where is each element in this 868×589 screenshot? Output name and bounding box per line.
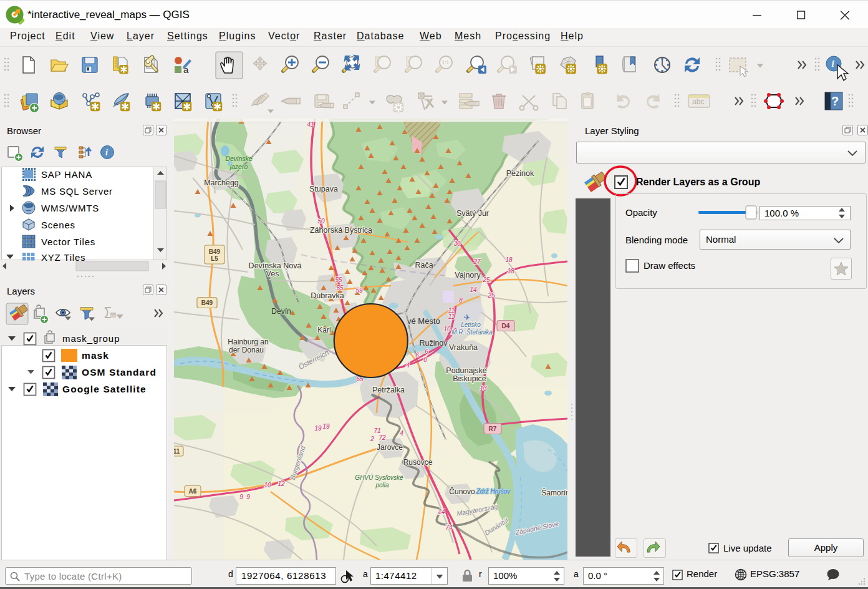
- svg-text:Ves: Ves: [266, 270, 279, 278]
- svg-text:Google Satellite: Google Satellite: [62, 384, 147, 394]
- svg-text:Karl: Karl: [317, 326, 330, 334]
- svg-text:9: 9: [246, 494, 250, 500]
- svg-text:12: 12: [277, 480, 285, 487]
- svg-text:2: 2: [370, 436, 374, 442]
- svg-text:14: 14: [470, 286, 477, 293]
- svg-text:Jarovce: Jarovce: [377, 443, 403, 452]
- svg-text:4: 4: [406, 362, 410, 369]
- svg-text:Devinske: Devinske: [225, 155, 252, 162]
- svg-text:B49: B49: [209, 248, 221, 255]
- svg-text:55: 55: [335, 276, 342, 283]
- svg-text:WMS/WMTS: WMS/WMTS: [41, 203, 99, 213]
- svg-text:?: ?: [831, 94, 839, 108]
- svg-text:59: 59: [355, 287, 363, 294]
- svg-text:25: 25: [487, 292, 495, 299]
- svg-text:14: 14: [438, 509, 445, 515]
- svg-text:4: 4: [400, 430, 403, 437]
- svg-text:A6: A6: [189, 488, 197, 495]
- svg-text:polia: polia: [375, 482, 389, 489]
- svg-text:Vector Tiles: Vector Tiles: [41, 236, 95, 247]
- svg-text:der Donau: der Donau: [229, 346, 264, 354]
- svg-text:B49: B49: [201, 299, 213, 306]
- svg-text:Scenes: Scenes: [41, 220, 75, 230]
- svg-text:mask: mask: [82, 350, 109, 361]
- svg-text:72: 72: [379, 434, 386, 441]
- svg-text:30: 30: [453, 240, 461, 247]
- svg-text:Hainburg an: Hainburg an: [228, 338, 268, 346]
- svg-text:6: 6: [425, 348, 428, 355]
- svg-text:Svätý Jur: Svätý Jur: [456, 209, 489, 218]
- svg-text:9: 9: [239, 494, 243, 500]
- svg-text:i: i: [105, 148, 108, 157]
- svg-text:Devín: Devín: [271, 307, 291, 316]
- svg-text:8: 8: [459, 297, 463, 304]
- svg-text:71: 71: [374, 427, 380, 434]
- svg-text:19: 19: [322, 423, 330, 430]
- svg-text:Petržalka: Petržalka: [372, 386, 405, 394]
- svg-text:R7: R7: [489, 426, 497, 432]
- svg-text:Stupava: Stupava: [309, 185, 338, 193]
- svg-text:27: 27: [473, 258, 481, 265]
- svg-text:Čunovo: Čunovo: [449, 487, 475, 496]
- svg-text:11: 11: [448, 313, 455, 320]
- svg-text:L5: L5: [211, 255, 218, 262]
- svg-text:Šamorín: Šamorín: [541, 488, 567, 497]
- svg-text:Dúbravka: Dúbravka: [311, 291, 344, 300]
- svg-text:XYZ Tiles: XYZ Tiles: [41, 252, 85, 261]
- svg-text:Podunajské: Podunajské: [446, 366, 486, 375]
- svg-text:Zdrž Hrušov: Zdrž Hrušov: [476, 488, 511, 495]
- svg-text:jazero: jazero: [229, 163, 248, 170]
- svg-text:10: 10: [443, 326, 451, 333]
- svg-text:Pezinok: Pezinok: [506, 169, 534, 178]
- svg-text:18: 18: [507, 268, 514, 275]
- svg-text:6: 6: [415, 352, 419, 359]
- svg-text:Letisko: Letisko: [461, 321, 481, 328]
- svg-text:Marchegg: Marchegg: [204, 178, 239, 187]
- svg-text:55: 55: [336, 285, 344, 291]
- svg-text:Devínska Nová: Devínska Nová: [249, 261, 302, 270]
- svg-text:D4: D4: [502, 323, 510, 329]
- svg-text:Vajnory: Vajnory: [455, 271, 481, 280]
- svg-text:Rača: Rača: [415, 261, 433, 270]
- svg-text:abc: abc: [692, 97, 704, 106]
- svg-text:Biskupice: Biskupice: [453, 374, 486, 383]
- svg-text:25: 25: [482, 276, 490, 283]
- svg-text:10: 10: [264, 482, 271, 489]
- svg-text:0: 0: [423, 356, 427, 363]
- svg-text:vé Mesto: vé Mesto: [407, 316, 440, 326]
- svg-text:Rusovce: Rusovce: [403, 458, 433, 467]
- svg-text:Vrakuňa: Vrakuňa: [449, 343, 478, 352]
- svg-text:M.R. Štefánika: M.R. Štefánika: [451, 328, 493, 336]
- svg-text:GHVÚ Sysľovské: GHVÚ Sysľovské: [355, 474, 403, 481]
- svg-text:MS SQL Server: MS SQL Server: [41, 186, 113, 197]
- svg-text:Záhorská Bystrica: Záhorská Bystrica: [310, 226, 372, 235]
- svg-text:mask_group: mask_group: [62, 333, 120, 344]
- svg-text:1:1: 1:1: [442, 59, 450, 66]
- svg-text:18: 18: [505, 256, 513, 263]
- svg-text:19: 19: [314, 425, 322, 432]
- svg-text:Ružinov: Ružinov: [419, 339, 448, 348]
- svg-text:13: 13: [480, 385, 487, 392]
- svg-text:11: 11: [174, 448, 180, 455]
- svg-text:a: a: [183, 64, 189, 75]
- svg-text:SAP HANA: SAP HANA: [41, 169, 92, 180]
- svg-text:74: 74: [445, 524, 453, 531]
- svg-text:OSM Standard: OSM Standard: [82, 367, 157, 377]
- svg-text:50: 50: [317, 218, 325, 225]
- svg-text:✈: ✈: [464, 313, 471, 322]
